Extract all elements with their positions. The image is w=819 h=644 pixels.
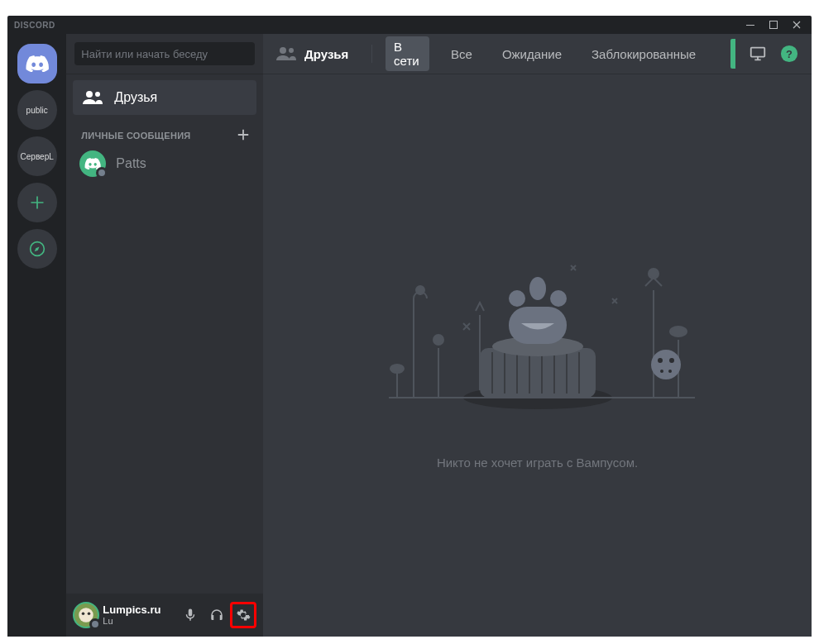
svg-point-15 — [433, 335, 443, 345]
server-label: СерверL — [21, 152, 54, 161]
wumpus-illustration — [364, 241, 711, 422]
titlebar: DISCORD — [7, 16, 812, 34]
help-button[interactable]: ? — [780, 45, 798, 63]
main-area: Друзья В сети Все Ожидание Заблокированн… — [263, 34, 812, 637]
discord-icon — [26, 55, 49, 72]
svg-point-28 — [669, 358, 674, 363]
plus-icon — [237, 128, 250, 141]
explore-button[interactable] — [17, 229, 57, 269]
user-tag: Lu — [103, 616, 174, 627]
search-input[interactable] — [74, 42, 255, 65]
svg-rect-11 — [751, 48, 765, 57]
deafen-button[interactable] — [204, 602, 230, 628]
close-button[interactable] — [785, 16, 808, 34]
gear-icon — [236, 608, 251, 623]
svg-point-25 — [529, 277, 546, 300]
svg-point-29 — [660, 370, 663, 373]
headphones-icon — [209, 608, 224, 623]
svg-point-16 — [390, 365, 404, 373]
plus-icon — [29, 194, 46, 211]
empty-text: Никто не хочет играть с Вампусом. — [437, 456, 638, 470]
home-button[interactable] — [17, 44, 57, 83]
svg-point-19 — [670, 327, 687, 336]
dm-item[interactable]: Patts — [73, 146, 256, 181]
status-offline-icon — [89, 618, 101, 630]
svg-point-8 — [88, 613, 91, 616]
tab-pending[interactable]: Ожидание — [494, 44, 570, 64]
status-offline-icon — [96, 167, 108, 179]
page-title: Друзья — [304, 47, 348, 61]
compass-icon — [29, 241, 46, 257]
friends-label: Друзья — [114, 90, 157, 105]
inbox-button[interactable] — [749, 45, 767, 63]
divider — [371, 45, 372, 63]
svg-point-10 — [289, 48, 294, 53]
svg-point-30 — [668, 370, 672, 373]
svg-point-27 — [658, 358, 663, 363]
dm-name: Patts — [116, 156, 146, 171]
server-public[interactable]: public — [17, 90, 57, 130]
topbar: Друзья В сети Все Ожидание Заблокированн… — [263, 34, 812, 74]
svg-point-18 — [649, 269, 659, 279]
tab-online[interactable]: В сети — [386, 36, 429, 71]
user-name: Lumpics.ru — [103, 603, 174, 617]
help-icon: ? — [780, 45, 798, 63]
channel-sidebar: Друзья ЛИЧНЫЕ СООБЩЕНИЯ Patts — [66, 34, 263, 637]
svg-point-3 — [86, 91, 93, 98]
maximize-button[interactable] — [762, 16, 785, 34]
svg-point-23 — [509, 290, 525, 307]
user-avatar[interactable] — [73, 602, 99, 628]
empty-state: Никто не хочет играть с Вампусом. — [263, 74, 812, 637]
svg-point-14 — [416, 286, 424, 294]
svg-point-26 — [651, 350, 681, 379]
svg-point-9 — [280, 47, 286, 54]
avatar — [79, 150, 106, 177]
svg-rect-1 — [770, 21, 778, 29]
friends-icon — [83, 91, 103, 104]
server-label: public — [26, 106, 48, 115]
settings-button[interactable] — [230, 602, 256, 628]
user-panel: Lumpics.ru Lu — [66, 594, 263, 637]
minimize-button[interactable] — [739, 16, 762, 34]
svg-point-7 — [82, 613, 85, 616]
friends-icon — [276, 47, 296, 60]
new-badge — [730, 39, 735, 69]
add-server-button[interactable] — [17, 183, 57, 222]
tab-all[interactable]: Все — [443, 44, 481, 64]
server-serverl[interactable]: СерверL — [17, 136, 57, 176]
friends-tab[interactable]: Друзья — [73, 80, 256, 115]
monitor-icon — [749, 45, 767, 63]
svg-rect-0 — [746, 25, 754, 26]
app-logo: DISCORD — [14, 21, 55, 30]
server-list: public СерверL — [7, 34, 66, 637]
svg-point-4 — [95, 92, 100, 97]
search-box — [66, 34, 263, 74]
dm-header: ЛИЧНЫЕ СООБЩЕНИЯ — [81, 131, 190, 141]
mute-button[interactable] — [177, 602, 204, 628]
create-dm-button[interactable] — [237, 128, 250, 143]
microphone-icon — [183, 608, 198, 623]
tab-blocked[interactable]: Заблокированные — [583, 44, 704, 64]
svg-point-24 — [550, 290, 567, 307]
svg-text:?: ? — [786, 48, 793, 60]
